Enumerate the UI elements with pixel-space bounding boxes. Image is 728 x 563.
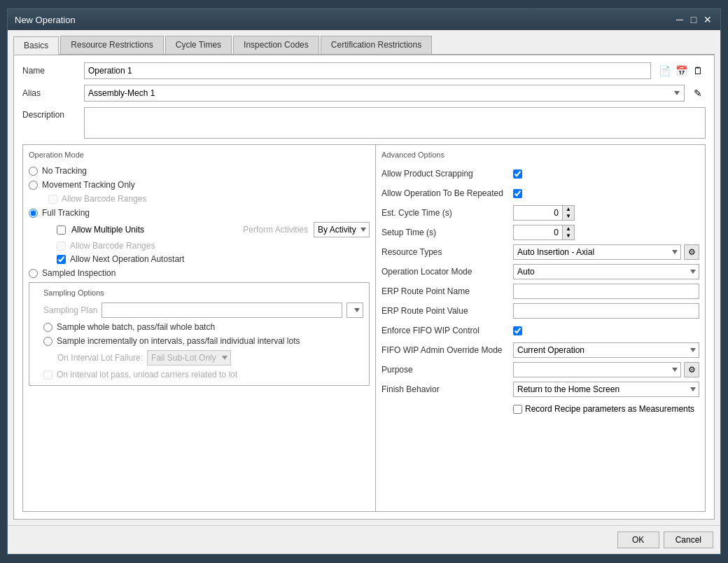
erp-route-name-input[interactable]	[513, 284, 699, 299]
interval-pass-checkbox[interactable]	[43, 370, 52, 380]
cancel-button[interactable]: Cancel	[664, 531, 713, 548]
barcode-ranges-1-row: Allow Barcode Ranges	[29, 194, 370, 204]
sampled-inspection-row: Sampled Inspection	[29, 268, 370, 278]
setup-time-spinner: ▲ ▼	[513, 225, 575, 240]
tab-cycle-times[interactable]: Cycle Times	[165, 36, 232, 54]
tab-basics[interactable]: Basics	[13, 36, 59, 55]
allow-next-op-checkbox[interactable]	[57, 255, 66, 264]
erp-route-name-label: ERP Route Point Name	[382, 286, 507, 296]
name-row: Name 📄 📅 🗒	[22, 62, 706, 79]
enforce-fifo-value	[513, 326, 699, 335]
maximize-button[interactable]: □	[688, 14, 699, 25]
movement-tracking-radio[interactable]	[29, 181, 38, 190]
perform-activities-select[interactable]: By Activity	[314, 222, 370, 237]
purpose-select[interactable]	[513, 362, 681, 377]
erp-route-name-row: ERP Route Point Name	[382, 284, 699, 299]
purpose-label: Purpose	[382, 365, 507, 375]
name-icon-2[interactable]: 📅	[673, 63, 689, 78]
sample-incrementally-radio[interactable]	[43, 337, 52, 346]
description-input[interactable]	[84, 107, 706, 139]
alias-edit-icon[interactable]: ✎	[690, 85, 706, 101]
allow-repeated-checkbox[interactable]	[513, 189, 522, 198]
minimize-button[interactable]: ─	[674, 14, 685, 25]
no-tracking-row: No Tracking	[29, 166, 370, 176]
description-row: Description	[22, 107, 706, 139]
enforce-fifo-row: Enforce FIFO WIP Control	[382, 323, 699, 338]
allow-next-op-row: Allow Next Operation Autostart	[43, 254, 370, 264]
operation-locator-select[interactable]: Auto	[513, 264, 699, 279]
interval-failure-label: On Interval Lot Failure:	[57, 353, 143, 363]
tab-resource-restrictions[interactable]: Resource Restrictions	[60, 36, 163, 54]
setup-time-value: ▲ ▼	[513, 225, 699, 240]
fail-sub-lot-select[interactable]: Fail Sub-Lot Only	[147, 350, 231, 366]
purpose-value: ⚙	[513, 362, 699, 377]
no-tracking-radio[interactable]	[29, 167, 38, 176]
tab-certification-restrictions[interactable]: Certification Restrictions	[321, 36, 432, 54]
setup-time-up[interactable]: ▲	[563, 225, 574, 232]
setup-time-down[interactable]: ▼	[563, 232, 574, 239]
resource-types-select[interactable]: Auto Insertion - Axial	[513, 244, 681, 260]
record-recipe-text: Record Recipe parameters as Measurements	[525, 404, 694, 414]
alias-row: Alias Assembly-Mech 1 ✎	[22, 85, 706, 102]
setup-time-input[interactable]	[513, 225, 562, 240]
record-recipe-value: Record Recipe parameters as Measurements	[513, 404, 699, 414]
allow-multiple-units-checkbox[interactable]	[57, 225, 66, 235]
name-icon-1[interactable]: 📄	[657, 63, 672, 78]
record-recipe-checkbox[interactable]	[513, 405, 522, 414]
est-cycle-down[interactable]: ▼	[563, 213, 574, 220]
barcode-ranges-2-checkbox[interactable]	[57, 242, 66, 251]
sampling-plan-select[interactable]	[346, 303, 363, 318]
enforce-fifo-checkbox[interactable]	[513, 326, 522, 335]
barcode-ranges-1-checkbox[interactable]	[48, 195, 57, 204]
allow-scrapping-label: Allow Product Scrapping	[382, 169, 507, 179]
setup-time-spinbtns: ▲ ▼	[562, 225, 575, 240]
sample-whole-batch-radio[interactable]	[43, 323, 52, 332]
name-label: Name	[22, 66, 78, 76]
sample-incrementally-row: Sample incrementally on intervals, pass/…	[43, 336, 363, 346]
sample-incrementally-label: Sample incrementally on intervals, pass/…	[57, 336, 300, 346]
est-cycle-up[interactable]: ▲	[563, 206, 574, 213]
allow-repeated-value	[513, 189, 699, 198]
allow-scrapping-value	[513, 169, 699, 179]
advanced-options-panel: Advanced Options Allow Product Scrapping…	[376, 144, 706, 512]
operation-locator-row: Operation Locator Mode Auto	[382, 264, 699, 279]
resource-types-row: Resource Types Auto Insertion - Axial ⚙	[382, 244, 699, 260]
full-tracking-options: Allow Multiple Units Perform Activities …	[29, 222, 370, 264]
description-label: Description	[22, 107, 78, 120]
sampling-plan-input[interactable]	[102, 303, 342, 318]
tab-bar: Basics Resource Restrictions Cycle Times…	[13, 36, 715, 55]
interval-pass-label: On interval lot pass, unload carriers re…	[57, 370, 237, 380]
est-cycle-spinner: ▲ ▼	[513, 205, 575, 221]
name-icons: 📄 📅 🗒	[657, 63, 706, 78]
allow-scrapping-checkbox[interactable]	[513, 169, 522, 179]
fifo-override-select[interactable]: Current Operation	[513, 342, 699, 358]
close-button[interactable]: ✕	[702, 14, 713, 25]
movement-tracking-row: Movement Tracking Only	[29, 180, 370, 190]
name-input[interactable]	[84, 62, 651, 79]
finish-behavior-value: Return to the Home Screen	[513, 382, 699, 397]
erp-route-value-label: ERP Route Point Value	[382, 306, 507, 316]
allow-multiple-units-row: Allow Multiple Units Perform Activities …	[43, 222, 370, 237]
enforce-fifo-label: Enforce FIFO WIP Control	[382, 326, 507, 335]
erp-route-value-input[interactable]	[513, 303, 699, 319]
alias-label: Alias	[22, 88, 78, 98]
window-title: New Operation	[15, 15, 76, 25]
est-cycle-input[interactable]	[513, 205, 562, 221]
advanced-options-title: Advanced Options	[382, 151, 699, 159]
barcode-ranges-2-row: Allow Barcode Ranges	[43, 241, 370, 251]
no-tracking-label: No Tracking	[42, 166, 87, 176]
full-tracking-radio[interactable]	[29, 209, 38, 218]
purpose-gear[interactable]: ⚙	[684, 362, 699, 377]
tab-inspection-codes[interactable]: Inspection Codes	[233, 36, 319, 54]
finish-behavior-select[interactable]: Return to the Home Screen	[513, 382, 699, 397]
sample-whole-batch-row: Sample whole batch, pass/fail whole batc…	[43, 322, 363, 332]
ok-button[interactable]: OK	[617, 531, 659, 548]
sampling-options-box: Sampling Options Sampling Plan Sample wh…	[29, 282, 370, 386]
allow-repeated-label: Allow Operation To Be Repeated	[382, 188, 507, 198]
erp-route-name-value	[513, 284, 699, 299]
finish-behavior-label: Finish Behavior	[382, 384, 507, 394]
sampled-inspection-radio[interactable]	[29, 269, 38, 278]
name-icon-3[interactable]: 🗒	[690, 63, 706, 78]
alias-select[interactable]: Assembly-Mech 1	[84, 85, 685, 102]
resource-types-gear[interactable]: ⚙	[684, 244, 699, 260]
